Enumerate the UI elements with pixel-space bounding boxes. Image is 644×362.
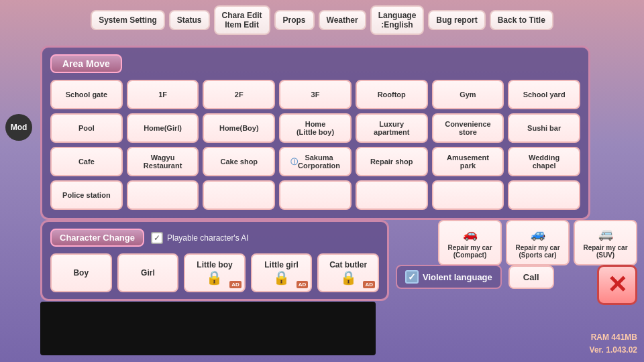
suv-car-icon: 🚐: [598, 227, 613, 241]
area-school-yard[interactable]: School yard: [508, 80, 580, 109]
area-3f[interactable]: 3F: [279, 80, 352, 109]
system-info: RAM 441MB Ver. 1.043.02: [590, 331, 637, 357]
area-sakuma-corporation[interactable]: SakumaCorporation: [279, 147, 352, 176]
char-panel-header: Character Change ✓ Playable character's …: [50, 229, 379, 247]
area-convenience-store[interactable]: Conveniencestore: [432, 113, 504, 143]
little-boy-button[interactable]: Little boy 🔒 AD: [184, 253, 246, 292]
area-empty-3[interactable]: [279, 180, 352, 210]
area-move-panel: Area Move School gate 1F 2F 3F Rooftop G…: [40, 46, 590, 220]
area-gym[interactable]: Gym: [432, 80, 504, 109]
character-change-title: Character Change: [50, 229, 144, 247]
character-change-panel: Character Change ✓ Playable character's …: [40, 220, 389, 301]
area-repair-shop[interactable]: Repair shop: [356, 147, 428, 176]
area-1f[interactable]: 1F: [127, 80, 199, 109]
compact-car-icon: 🚗: [463, 227, 478, 241]
little-boy-ad-badge: AD: [229, 281, 241, 288]
version-info: Ver. 1.043.02: [590, 344, 637, 357]
repair-sports-button[interactable]: 🚙 Repair my car(Sports car): [506, 220, 570, 265]
top-navigation: System Setting Status Chara EditItem Edi…: [0, 5, 644, 35]
repair-sports-label: Repair my car(Sports car): [515, 244, 559, 259]
props-button[interactable]: Props: [274, 10, 315, 30]
area-school-gate[interactable]: School gate: [50, 80, 123, 109]
status-button[interactable]: Status: [169, 10, 210, 30]
area-police-station[interactable]: Police station: [50, 180, 123, 210]
preview-area: [40, 302, 376, 355]
area-2f[interactable]: 2F: [203, 80, 275, 109]
area-empty-6[interactable]: [508, 180, 580, 210]
area-cafe[interactable]: Cafe: [50, 147, 123, 176]
area-pool[interactable]: Pool: [50, 113, 123, 143]
mod-badge: Mod: [5, 114, 32, 141]
repair-suv-button[interactable]: 🚐 Repair my car(SUV): [574, 220, 637, 265]
area-luxury-apartment[interactable]: Luxuryapartment: [356, 113, 428, 143]
ram-info: RAM 441MB: [590, 331, 637, 344]
area-home-boy[interactable]: Home(Boy): [203, 113, 275, 143]
area-sushi-bar[interactable]: Sushi bar: [508, 113, 580, 143]
area-amusement-park[interactable]: Amusementpark: [432, 147, 504, 176]
area-cake-shop[interactable]: Cake shop: [203, 147, 275, 176]
little-girl-button[interactable]: Little girl 🔒 AD: [251, 253, 313, 292]
cat-butler-ad-badge: AD: [363, 281, 375, 288]
back-to-title-button[interactable]: Back to Title: [490, 10, 553, 30]
area-wagyu-restaurant[interactable]: WagyuRestaurant: [127, 147, 199, 176]
chara-edit-button[interactable]: Chara EditItem Edit: [214, 5, 270, 35]
area-empty-4[interactable]: [356, 180, 428, 210]
boy-button[interactable]: Boy: [50, 253, 112, 292]
weather-button[interactable]: Weather: [319, 10, 366, 30]
area-wedding-chapel[interactable]: Weddingchapel: [508, 147, 580, 176]
bottom-row: ✓ Violent language Call: [396, 265, 554, 289]
repair-suv-label: Repair my car(SUV): [583, 244, 627, 259]
area-home-little-boy[interactable]: Home(Little boy): [279, 113, 352, 143]
violent-language-label: Violent language: [423, 272, 492, 282]
repair-panel: 🚗 Repair my car(Compact) 🚙 Repair my car…: [438, 220, 637, 265]
girl-button[interactable]: Girl: [117, 253, 179, 292]
call-button[interactable]: Call: [508, 265, 554, 289]
bug-report-button[interactable]: Bug report: [428, 10, 485, 30]
system-setting-button[interactable]: System Setting: [91, 10, 165, 30]
area-empty-2[interactable]: [203, 180, 275, 210]
area-home-girl[interactable]: Home(Girl): [127, 113, 199, 143]
little-girl-ad-badge: AD: [297, 281, 309, 288]
area-rooftop[interactable]: Rooftop: [356, 80, 428, 109]
ai-checkbox[interactable]: ✓: [151, 232, 163, 244]
violent-language-row: ✓ Violent language: [396, 265, 502, 289]
repair-compact-label: Repair my car(Compact): [447, 244, 492, 259]
character-buttons: Boy Girl Little boy 🔒 AD Little girl 🔒 A…: [50, 253, 379, 292]
repair-compact-button[interactable]: 🚗 Repair my car(Compact): [438, 220, 502, 265]
area-empty-5[interactable]: [432, 180, 504, 210]
close-button[interactable]: ✕: [597, 265, 637, 305]
ai-checkbox-row: ✓ Playable character's AI: [151, 232, 249, 244]
area-move-grid: School gate 1F 2F 3F Rooftop Gym School …: [50, 80, 580, 210]
sports-car-icon: 🚙: [531, 227, 545, 241]
area-move-title: Area Move: [50, 54, 122, 73]
area-empty-1[interactable]: [127, 180, 199, 210]
violent-language-checkbox[interactable]: ✓: [405, 270, 419, 284]
ai-label: Playable character's AI: [167, 233, 249, 243]
language-button[interactable]: Language:English: [370, 5, 425, 35]
cat-butler-button[interactable]: Cat butler 🔒 AD: [317, 253, 379, 292]
